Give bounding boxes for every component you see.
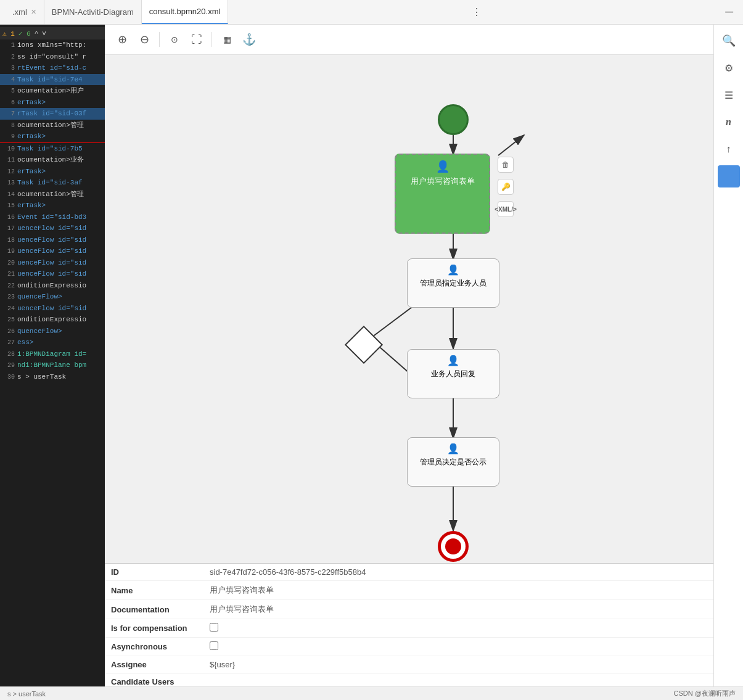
prop-asynchronous-label: Asynchronous [105,638,203,656]
xml-action-button[interactable]: <XML/> [498,201,514,217]
xml-line-26: 27ess> [0,337,105,348]
prop-row-candidate-users: Candidate Users [105,673,713,687]
xml-line-24: 25onditionExpressio [0,314,105,326]
tab-menu-button[interactable]: ⋮ [467,0,486,24]
xml-line-16: 17uenceFlow id="sid [0,223,105,234]
window-minimize-button[interactable]: ─ [725,6,733,19]
canvas-inner: 👤 用户填写咨询表单 🗑 🔑 <XML/> 👤 管理员指定业务人员 [105,55,660,563]
xml-line-13: 14ocumentation>管理 [0,189,105,200]
xml-line-6: 7rTask id="sid-03f [0,108,105,120]
toolbar-separator-1 [159,32,160,47]
fullscreen-button[interactable]: ⛶ [187,30,207,49]
task-2-icon: 👤 [413,264,494,276]
xml-line-27: 28i:BPMNDiagram id= [0,348,105,360]
status-bar: s > userTask CSDN @夜澜听雨声 [0,686,743,700]
xml-line-25: 26quenceFlow> [0,326,105,337]
xml-line-17: 18uenceFlow id="sid [0,234,105,246]
prop-row-id: ID sid-7e47fd72-c056-43f6-8575-c229ff5b5… [105,564,713,581]
xml-line-7: 8ocumentation>管理 [0,120,105,131]
xml-line-2: 3rtEvent id="sid-c [0,62,105,74]
xml-line-11: 12erTask> [0,166,105,178]
user-task-1[interactable]: 👤 用户填写咨询表单 [395,154,490,234]
ok-badge: ✓ 6 [18,30,31,38]
prop-asynchronous-checkbox-cell [203,638,713,656]
line-badges: ⚠ 1 ✓ 6 ^ v [0,27,105,39]
xml-line-5: 6erTask> [0,97,105,109]
properties-table: ID sid-7e47fd72-c056-43f6-8575-c229ff5b5… [105,564,713,686]
task-1-label: 用户填写咨询表单 [401,176,484,187]
prop-asynchronous-checkbox[interactable] [210,641,218,650]
sidebar-active-button[interactable] [718,165,740,187]
xml-line-4: 5ocumentation>用户 [0,85,105,97]
tab-xml[interactable]: .xml ✕ [5,0,44,24]
down-badge[interactable]: v [42,30,46,37]
task-3-icon: 👤 [413,355,494,366]
xml-line-22: 23quenceFlow> [0,291,105,303]
prop-row-name: Name 用户填写咨询表单 [105,581,713,600]
xml-line-29: 30s > userTask [0,371,105,383]
prop-row-asynchronous: Asynchronous [105,638,713,656]
prop-name-label: Name [105,581,203,600]
xml-line-8: 9erTask> [0,131,105,143]
tab-consult[interactable]: consult.bpmn20.xml [142,0,229,24]
xml-line-14: 15erTask> [0,200,105,212]
diagram-toolbar: ⊕ ⊖ ⊙ ⛶ ▦ ⚓ [105,25,713,55]
edit-action-button[interactable]: 🔑 [498,179,514,195]
sidebar-letter-n-icon[interactable]: n [718,111,740,133]
task-3-label: 业务人员回复 [413,369,494,379]
sidebar-settings-icon[interactable]: ⚙ [718,57,740,79]
prop-assignee-value: ${user} [203,656,713,673]
properties-panel: ID sid-7e47fd72-c056-43f6-8575-c229ff5b5… [105,563,713,686]
svg-line-8 [498,135,524,155]
tab-xml-close[interactable]: ✕ [31,8,36,16]
sidebar-upload-icon[interactable]: ↑ [718,138,740,160]
diagram-canvas[interactable]: 👤 用户填写咨询表单 🗑 🔑 <XML/> 👤 管理员指定业务人员 [105,55,713,563]
prop-compensation-checkbox[interactable] [210,623,218,632]
xml-line-18: 19uenceFlow id="sid [0,245,105,257]
right-sidebar: 🔍 ⚙ ☰ n ↑ [713,25,743,686]
user-task-3[interactable]: 👤 业务人员回复 [407,349,499,398]
user-task-2[interactable]: 👤 管理员指定业务人员 [407,258,499,308]
task-2-label: 管理员指定业务人员 [413,278,494,289]
tab-bpmn[interactable]: BPMN-Activiti-Diagram [44,0,142,24]
zoom-fit-button[interactable]: ⊙ [165,30,184,49]
task-actions: 🗑 🔑 <XML/> [498,157,514,217]
prop-row-assignee: Assignee ${user} [105,656,713,673]
prop-candidate-users-value [203,673,713,687]
task-4-icon: 👤 [413,443,494,455]
xml-line-20: 21uenceFlow id="sid [0,268,105,280]
grid-button[interactable]: ▦ [217,30,237,49]
prop-name-value: 用户填写咨询表单 [203,581,713,600]
prop-compensation-checkbox-cell [203,619,713,638]
diagram-area: ⊕ ⊖ ⊙ ⛶ ▦ ⚓ [105,25,713,686]
tab-xml-label: .xml [12,7,27,17]
sidebar-list-icon[interactable]: ☰ [718,84,740,106]
end-event-inner [445,538,461,554]
up-badge[interactable]: ^ [35,30,39,37]
start-event[interactable] [438,104,469,135]
end-event[interactable] [438,531,469,562]
breadcrumb-text: s > userTask [7,690,46,698]
task-1-icon: 👤 [401,160,484,173]
prop-documentation-value: 用户填写咨询表单 [203,600,713,619]
zoom-in-button[interactable]: ⊕ [112,30,132,49]
xml-panel: ⚠ 1 ✓ 6 ^ v 1ions xmlns="http:2ss id="co… [0,25,105,686]
main-area: ⚠ 1 ✓ 6 ^ v 1ions xmlns="http:2ss id="co… [0,25,743,686]
user-task-4[interactable]: 👤 管理员决定是否公示 [407,437,499,487]
status-watermark: CSDN @夜澜听雨声 [674,689,736,698]
zoom-out-button[interactable]: ⊖ [134,30,154,49]
hand-tool-button[interactable]: ⚓ [239,30,259,49]
xml-line-15: 16Event id="sid-bd3 [0,212,105,223]
prop-assignee-label: Assignee [105,656,203,673]
gateway[interactable] [345,326,383,364]
xml-lines-container: 1ions xmlns="http:2ss id="consult" r3rtE… [0,39,105,382]
toolbar-separator-2 [211,32,212,47]
xml-line-19: 20uenceFlow id="sid [0,257,105,269]
prop-compensation-label: Is for compensation [105,619,203,638]
sidebar-search-icon[interactable]: 🔍 [718,30,740,52]
warn-badge: ⚠ 1 [2,30,15,38]
delete-action-button[interactable]: 🗑 [498,157,514,173]
xml-line-23: 24uenceFlow id="sid [0,303,105,315]
xml-line-9: 10Task id="sid-7b5 [0,143,105,155]
prop-id-value: sid-7e47fd72-c056-43f6-8575-c229ff5b58b4 [203,564,713,581]
